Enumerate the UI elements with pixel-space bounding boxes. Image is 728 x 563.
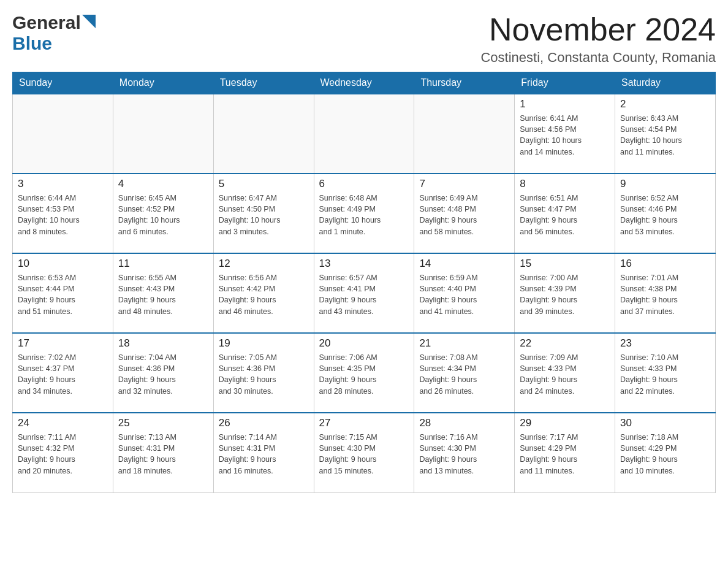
calendar-cell: 27Sunrise: 7:15 AMSunset: 4:30 PMDayligh… — [314, 413, 414, 492]
day-number: 1 — [520, 98, 610, 110]
calendar-cell: 2Sunrise: 6:43 AMSunset: 4:54 PMDaylight… — [615, 94, 716, 174]
calendar-table: SundayMondayTuesdayWednesdayThursdayFrid… — [12, 72, 716, 493]
logo-triangle-icon — [82, 15, 96, 28]
day-number: 17 — [18, 337, 108, 350]
calendar-cell: 28Sunrise: 7:16 AMSunset: 4:30 PMDayligh… — [414, 413, 515, 492]
logo: General Blue — [12, 12, 96, 54]
day-number: 26 — [219, 417, 309, 429]
calendar-cell: 8Sunrise: 6:51 AMSunset: 4:47 PMDaylight… — [515, 174, 615, 253]
calendar-cell: 15Sunrise: 7:00 AMSunset: 4:39 PMDayligh… — [515, 253, 615, 333]
day-info: Sunrise: 7:01 AMSunset: 4:38 PMDaylight:… — [620, 272, 710, 317]
day-info: Sunrise: 6:53 AMSunset: 4:44 PMDaylight:… — [18, 272, 108, 317]
day-info: Sunrise: 7:02 AMSunset: 4:37 PMDaylight:… — [18, 352, 108, 397]
day-info: Sunrise: 6:48 AMSunset: 4:49 PMDaylight:… — [319, 193, 409, 237]
calendar-cell: 22Sunrise: 7:09 AMSunset: 4:33 PMDayligh… — [515, 333, 615, 413]
day-info: Sunrise: 6:51 AMSunset: 4:47 PMDaylight:… — [520, 193, 610, 237]
day-info: Sunrise: 6:45 AMSunset: 4:52 PMDaylight:… — [118, 193, 208, 237]
day-number: 8 — [520, 178, 610, 190]
day-number: 2 — [620, 98, 710, 110]
day-number: 19 — [219, 337, 309, 350]
calendar-cell: 3Sunrise: 6:44 AMSunset: 4:53 PMDaylight… — [13, 174, 113, 253]
calendar-cell: 9Sunrise: 6:52 AMSunset: 4:46 PMDaylight… — [615, 174, 716, 253]
calendar-cell: 7Sunrise: 6:49 AMSunset: 4:48 PMDaylight… — [414, 174, 515, 253]
day-info: Sunrise: 7:09 AMSunset: 4:33 PMDaylight:… — [520, 352, 610, 397]
day-number: 13 — [319, 258, 409, 270]
day-number: 3 — [18, 178, 108, 190]
day-number: 23 — [620, 337, 710, 350]
calendar-cell: 24Sunrise: 7:11 AMSunset: 4:32 PMDayligh… — [13, 413, 113, 492]
day-number: 6 — [319, 178, 409, 190]
calendar-week-5: 24Sunrise: 7:11 AMSunset: 4:32 PMDayligh… — [13, 413, 716, 492]
day-info: Sunrise: 6:56 AMSunset: 4:42 PMDaylight:… — [219, 272, 309, 317]
weekday-header-monday: Monday — [113, 72, 213, 94]
calendar-cell — [314, 94, 414, 174]
weekday-header-row: SundayMondayTuesdayWednesdayThursdayFrid… — [13, 72, 716, 94]
svg-marker-0 — [82, 15, 96, 28]
calendar-cell: 26Sunrise: 7:14 AMSunset: 4:31 PMDayligh… — [213, 413, 314, 492]
day-info: Sunrise: 6:47 AMSunset: 4:50 PMDaylight:… — [219, 193, 309, 237]
day-number: 28 — [419, 417, 509, 429]
logo-blue: Blue — [12, 33, 52, 54]
logo-general: General — [12, 12, 81, 33]
day-info: Sunrise: 7:11 AMSunset: 4:32 PMDaylight:… — [18, 432, 108, 477]
day-number: 25 — [118, 417, 208, 429]
day-number: 29 — [520, 417, 610, 429]
calendar-cell: 1Sunrise: 6:41 AMSunset: 4:56 PMDaylight… — [515, 94, 615, 174]
day-info: Sunrise: 7:15 AMSunset: 4:30 PMDaylight:… — [319, 432, 409, 477]
calendar-cell — [113, 94, 213, 174]
calendar-week-4: 17Sunrise: 7:02 AMSunset: 4:37 PMDayligh… — [13, 333, 716, 413]
location-title: Costinesti, Constanta County, Romania — [480, 50, 716, 66]
calendar-cell: 5Sunrise: 6:47 AMSunset: 4:50 PMDaylight… — [213, 174, 314, 253]
day-number: 4 — [118, 178, 208, 190]
day-info: Sunrise: 7:10 AMSunset: 4:33 PMDaylight:… — [620, 352, 710, 397]
day-info: Sunrise: 7:17 AMSunset: 4:29 PMDaylight:… — [520, 432, 610, 477]
calendar-cell: 21Sunrise: 7:08 AMSunset: 4:34 PMDayligh… — [414, 333, 515, 413]
calendar-cell: 14Sunrise: 6:59 AMSunset: 4:40 PMDayligh… — [414, 253, 515, 333]
day-info: Sunrise: 7:16 AMSunset: 4:30 PMDaylight:… — [419, 432, 509, 477]
calendar-body: 1Sunrise: 6:41 AMSunset: 4:56 PMDaylight… — [13, 94, 716, 492]
title-block: November 2024 Costinesti, Constanta Coun… — [480, 12, 716, 66]
day-info: Sunrise: 6:49 AMSunset: 4:48 PMDaylight:… — [419, 193, 509, 237]
day-number: 10 — [18, 258, 108, 270]
weekday-header-sunday: Sunday — [13, 72, 113, 94]
day-number: 20 — [319, 337, 409, 350]
day-info: Sunrise: 6:55 AMSunset: 4:43 PMDaylight:… — [118, 272, 208, 317]
day-number: 30 — [620, 417, 710, 429]
day-number: 15 — [520, 258, 610, 270]
calendar-cell — [13, 94, 113, 174]
day-info: Sunrise: 6:57 AMSunset: 4:41 PMDaylight:… — [319, 272, 409, 317]
day-number: 14 — [419, 258, 509, 270]
day-number: 21 — [419, 337, 509, 350]
day-number: 18 — [118, 337, 208, 350]
day-number: 12 — [219, 258, 309, 270]
calendar-cell: 11Sunrise: 6:55 AMSunset: 4:43 PMDayligh… — [113, 253, 213, 333]
day-number: 22 — [520, 337, 610, 350]
day-number: 11 — [118, 258, 208, 270]
calendar-cell: 29Sunrise: 7:17 AMSunset: 4:29 PMDayligh… — [515, 413, 615, 492]
day-info: Sunrise: 7:18 AMSunset: 4:29 PMDaylight:… — [620, 432, 710, 477]
day-info: Sunrise: 7:00 AMSunset: 4:39 PMDaylight:… — [520, 272, 610, 317]
day-info: Sunrise: 6:52 AMSunset: 4:46 PMDaylight:… — [620, 193, 710, 237]
calendar-cell: 30Sunrise: 7:18 AMSunset: 4:29 PMDayligh… — [615, 413, 716, 492]
weekday-header-friday: Friday — [515, 72, 615, 94]
calendar-cell: 13Sunrise: 6:57 AMSunset: 4:41 PMDayligh… — [314, 253, 414, 333]
calendar-week-2: 3Sunrise: 6:44 AMSunset: 4:53 PMDaylight… — [13, 174, 716, 253]
calendar-cell: 18Sunrise: 7:04 AMSunset: 4:36 PMDayligh… — [113, 333, 213, 413]
day-number: 5 — [219, 178, 309, 190]
day-info: Sunrise: 7:13 AMSunset: 4:31 PMDaylight:… — [118, 432, 208, 477]
calendar-cell — [213, 94, 314, 174]
calendar-week-1: 1Sunrise: 6:41 AMSunset: 4:56 PMDaylight… — [13, 94, 716, 174]
weekday-header-saturday: Saturday — [615, 72, 716, 94]
day-info: Sunrise: 6:44 AMSunset: 4:53 PMDaylight:… — [18, 193, 108, 237]
day-info: Sunrise: 7:08 AMSunset: 4:34 PMDaylight:… — [419, 352, 509, 397]
weekday-header-tuesday: Tuesday — [213, 72, 314, 94]
day-info: Sunrise: 7:14 AMSunset: 4:31 PMDaylight:… — [219, 432, 309, 477]
weekday-header-thursday: Thursday — [414, 72, 515, 94]
calendar-cell — [414, 94, 515, 174]
calendar-cell: 25Sunrise: 7:13 AMSunset: 4:31 PMDayligh… — [113, 413, 213, 492]
day-info: Sunrise: 6:43 AMSunset: 4:54 PMDaylight:… — [620, 113, 710, 158]
day-number: 7 — [419, 178, 509, 190]
day-number: 27 — [319, 417, 409, 429]
page-header: General Blue November 2024 Costinesti, C… — [12, 12, 716, 66]
month-title: November 2024 — [480, 12, 716, 47]
